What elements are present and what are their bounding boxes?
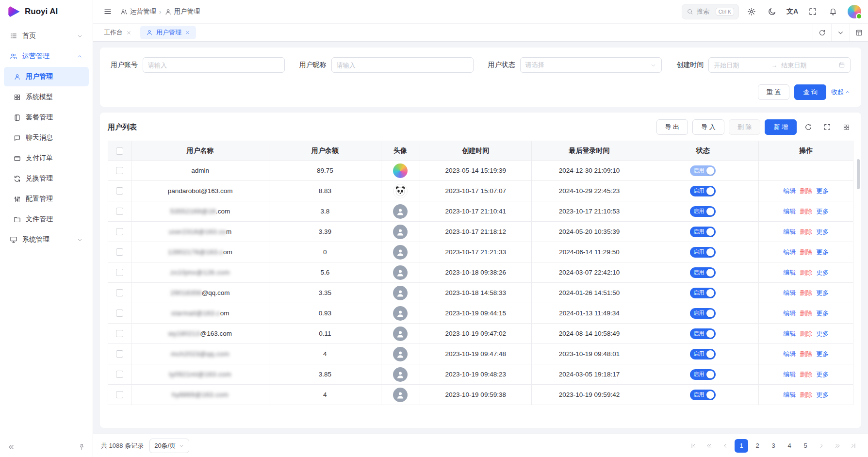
more-link[interactable]: 更多	[816, 208, 829, 215]
status-toggle[interactable]: 启用	[690, 328, 716, 339]
status-select[interactable]: 请选择	[520, 57, 662, 73]
status-toggle[interactable]: 启用	[690, 247, 716, 258]
page-size-select[interactable]: 20条/页	[149, 439, 189, 453]
edit-link[interactable]: 编辑	[783, 350, 796, 358]
more-link[interactable]: 更多	[816, 289, 829, 296]
row-checkbox[interactable]	[116, 269, 123, 276]
delete-link[interactable]: 删除	[800, 371, 812, 378]
row-checkbox[interactable]	[116, 350, 123, 358]
tab-options-button[interactable]	[831, 24, 850, 41]
collapse-filters-link[interactable]: 收起	[831, 88, 851, 97]
edit-link[interactable]: 编辑	[783, 248, 796, 256]
dark-mode-button[interactable]	[764, 4, 780, 19]
row-checkbox[interactable]	[116, 208, 123, 215]
status-toggle[interactable]: 启用	[690, 206, 716, 217]
more-link[interactable]: 更多	[816, 269, 829, 276]
status-toggle[interactable]: 启用	[690, 227, 716, 237]
nickname-input[interactable]	[337, 62, 468, 69]
refresh-tab-button[interactable]	[813, 24, 831, 41]
global-search[interactable]: 搜索 Ctrl K	[682, 4, 739, 19]
row-checkbox[interactable]	[116, 228, 123, 235]
delete-link[interactable]: 删除	[800, 391, 812, 398]
pagination-prev-button[interactable]	[719, 439, 732, 453]
delete-link[interactable]: 删除	[800, 187, 812, 195]
delete-link[interactable]: 删除	[800, 269, 812, 276]
edit-link[interactable]: 编辑	[783, 289, 796, 296]
close-icon[interactable]	[126, 30, 131, 35]
delete-button[interactable]: 删 除	[729, 119, 761, 135]
row-checkbox[interactable]	[116, 330, 123, 337]
search-button[interactable]: 查 询	[794, 84, 826, 100]
pagination-prev-group-button[interactable]	[703, 439, 716, 453]
export-button[interactable]: 导 出	[656, 119, 688, 135]
app-logo[interactable]: Ruoyi AI	[0, 0, 93, 23]
row-checkbox[interactable]	[116, 391, 123, 398]
vertical-scrollbar[interactable]	[857, 159, 860, 189]
delete-link[interactable]: 删除	[800, 228, 812, 235]
fullscreen-button[interactable]	[805, 4, 820, 19]
status-toggle[interactable]: 启用	[690, 267, 716, 278]
sidebar-item-file-management[interactable]: 文件管理	[4, 210, 89, 229]
sidebar-item-user-management[interactable]: 用户管理	[4, 67, 89, 86]
tab-user-management[interactable]: 用户管理	[140, 26, 196, 39]
date-start-input[interactable]	[714, 62, 767, 69]
language-button[interactable]: 文A	[785, 4, 800, 19]
page-2-button[interactable]: 2	[751, 439, 764, 453]
column-settings-button[interactable]	[839, 120, 853, 134]
edit-link[interactable]: 编辑	[783, 187, 796, 195]
delete-link[interactable]: 删除	[800, 248, 812, 256]
delete-link[interactable]: 删除	[800, 289, 812, 296]
sidebar-item-payment-orders[interactable]: 支付订单	[4, 148, 89, 168]
breadcrumb-operations[interactable]: 运营管理	[120, 7, 156, 16]
page-5-button[interactable]: 5	[799, 439, 812, 453]
select-all-checkbox[interactable]	[116, 147, 123, 155]
more-link[interactable]: 更多	[816, 371, 829, 378]
refresh-table-button[interactable]	[801, 120, 816, 134]
edit-link[interactable]: 编辑	[783, 310, 796, 317]
edit-link[interactable]: 编辑	[783, 208, 796, 215]
tab-workbench[interactable]: 工作台	[98, 26, 137, 39]
collapse-sidebar-button[interactable]	[5, 441, 17, 453]
user-avatar[interactable]	[848, 5, 861, 18]
sidebar-item-operations[interactable]: 运营管理	[4, 47, 89, 66]
more-link[interactable]: 更多	[816, 187, 829, 195]
status-toggle[interactable]: 启用	[690, 369, 716, 380]
sidebar-item-system-management[interactable]: 系统管理	[4, 230, 89, 249]
row-checkbox[interactable]	[116, 371, 123, 378]
sidebar-item-exchange-management[interactable]: 兑换管理	[4, 169, 89, 188]
more-link[interactable]: 更多	[816, 350, 829, 358]
pin-icon[interactable]	[75, 441, 88, 453]
status-toggle[interactable]: 启用	[690, 288, 716, 298]
sidebar-item-config-management[interactable]: 配置管理	[4, 189, 89, 209]
row-checkbox[interactable]	[116, 289, 123, 296]
add-button[interactable]: 新 增	[765, 119, 797, 135]
row-checkbox[interactable]	[116, 248, 123, 256]
more-link[interactable]: 更多	[816, 310, 829, 317]
pagination-first-button[interactable]	[687, 439, 700, 453]
delete-link[interactable]: 删除	[800, 208, 812, 215]
delete-link[interactable]: 删除	[800, 330, 812, 337]
more-link[interactable]: 更多	[816, 228, 829, 235]
page-3-button[interactable]: 3	[767, 439, 780, 453]
edit-link[interactable]: 编辑	[783, 391, 796, 398]
page-4-button[interactable]: 4	[783, 439, 796, 453]
date-end-input[interactable]	[781, 62, 835, 69]
status-toggle[interactable]: 启用	[690, 308, 716, 319]
settings-button[interactable]	[744, 4, 759, 19]
pagination-next-group-button[interactable]	[831, 439, 844, 453]
pagination-last-button[interactable]	[847, 439, 860, 453]
delete-link[interactable]: 删除	[800, 350, 812, 358]
status-toggle[interactable]: 启用	[690, 165, 716, 176]
breadcrumb-user-management[interactable]: 用户管理	[164, 7, 200, 16]
row-checkbox[interactable]	[116, 167, 123, 174]
pagination-next-button[interactable]	[815, 439, 828, 453]
delete-link[interactable]: 删除	[800, 310, 812, 317]
menu-toggle-button[interactable]	[100, 4, 115, 19]
close-icon[interactable]	[185, 30, 190, 35]
import-button[interactable]: 导 入	[692, 119, 724, 135]
status-toggle[interactable]: 启用	[690, 349, 716, 359]
account-input[interactable]	[148, 62, 279, 69]
edit-link[interactable]: 编辑	[783, 330, 796, 337]
status-toggle[interactable]: 启用	[690, 390, 716, 400]
more-link[interactable]: 更多	[816, 248, 829, 256]
